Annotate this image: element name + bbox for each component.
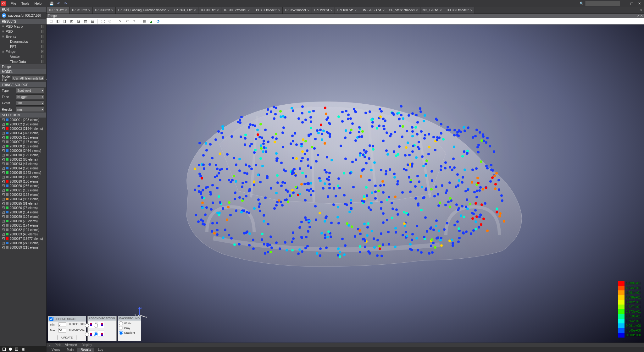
tab-file[interactable]: TPL351.fmodel*✕ [252,7,283,14]
view-top-icon[interactable]: ⬒ [83,19,88,24]
status-display[interactable]: Display [82,343,92,347]
tab-close-icon[interactable]: ✕ [470,9,473,12]
source-results-select[interactable]: rms [16,107,44,112]
tab-file[interactable]: TPL199.txt✕ [312,7,335,14]
selection-check[interactable] [2,206,5,209]
selection-check[interactable] [2,127,5,130]
tab-close-icon[interactable]: ✕ [382,9,385,12]
tab-close-icon[interactable]: ✕ [217,9,219,12]
menu-file[interactable]: File [8,1,19,6]
next-icon[interactable]: ↷ [131,19,136,24]
selection-item[interactable]: 2000030 (79 elems) [0,219,46,223]
maximize-icon[interactable]: ▢ [628,2,635,6]
selection-item[interactable]: 2000033 (40 elems) [0,232,46,236]
tab-close-icon[interactable]: ✕ [278,9,280,12]
selection-check[interactable] [2,154,5,157]
bottom-tab-views[interactable]: Views [48,348,63,352]
viewport-3d[interactable]: z x y 5.000e+014.545e+014.091e+013.636e+… [47,25,644,347]
tab-overflow-icon[interactable]: ▾ [638,7,644,14]
selection-check[interactable] [2,162,5,165]
selection-check[interactable] [2,136,5,139]
selection-check[interactable] [2,145,5,148]
select-icon[interactable]: ↖ [118,19,123,24]
source-type-select[interactable]: Spot weld [16,88,44,93]
results-check[interactable] [41,55,44,58]
results-check[interactable] [41,35,44,38]
selection-check[interactable] [2,211,5,214]
close-window-icon[interactable]: ✕ [636,2,643,6]
selection-item[interactable]: 2000009 (2464 elems) [0,148,46,153]
selection-item[interactable]: 2000038 (242 elems) [0,241,46,245]
tab-close-icon[interactable]: ✕ [416,9,418,12]
tray-icon-3[interactable] [14,347,19,351]
results-check[interactable] [41,40,44,43]
results-item-events[interactable]: ⊟Events [0,34,46,39]
selection-check[interactable] [2,118,5,121]
selection-check[interactable] [2,224,5,227]
legend-pos-tr[interactable] [98,322,104,328]
tab-file[interactable]: TPL300.txt✕ [198,7,221,14]
results-item-time-data[interactable]: Time Data [0,59,46,64]
results-item-fringe[interactable]: ⊟Fringe [0,49,46,54]
status-pick[interactable]: Pick [55,343,61,347]
prev-icon[interactable]: ↶ [125,19,130,24]
tab-file[interactable]: TPL352.fmodel✕ [283,7,312,14]
selection-item[interactable]: 2000003 (21944 elems) [0,126,46,131]
selection-item[interactable]: 2000028 (154 elems) [0,210,46,214]
results-item-vector[interactable]: Vector [0,54,46,59]
tab-file[interactable]: TPL195.txt✕ [47,7,69,14]
selection-list[interactable]: 2000001 (293 elems)2000002 (120 elems)20… [0,118,46,346]
background-option-gradient[interactable]: Gradient [119,331,141,335]
selection-item[interactable]: 2000004 (373 elems) [0,131,46,135]
play-icon[interactable]: ▶ [2,13,6,18]
selection-check[interactable] [2,180,5,183]
selection-check[interactable] [2,149,5,152]
search-input[interactable] [586,1,620,6]
background-option-white[interactable]: White [119,321,141,325]
selection-item[interactable]: 2000007 (147 elems) [0,140,46,144]
results-check[interactable] [41,30,44,33]
bottom-tab-log[interactable]: Log [95,348,107,352]
view-back-icon[interactable]: ◨ [62,19,67,24]
selection-check[interactable] [2,158,5,161]
selection-item[interactable]: 2000001 (293 elems) [0,118,46,122]
selection-item[interactable]: 2000019 (150 elems) [0,179,46,184]
results-item-diagnostics[interactable]: Diagnostics [0,39,46,44]
bottom-tab-main[interactable]: Main [64,348,77,352]
tab-close-icon[interactable]: ✕ [65,9,67,12]
close-panel-icon[interactable]: ✕ [640,14,643,18]
grid-icon[interactable]: ▦ [142,19,147,24]
selection-check[interactable] [2,123,5,126]
selection-item[interactable]: 2000021 (102 elems) [0,188,46,192]
selection-check[interactable] [2,193,5,196]
save-icon[interactable]: 💾 [49,1,54,6]
selection-check[interactable] [2,202,5,205]
tab-close-icon[interactable]: ✕ [88,9,91,12]
selection-check[interactable] [2,176,5,179]
tab-file[interactable]: TPL300.cfmodel✕ [221,7,252,14]
source-event-select[interactable]: 101 [16,101,44,106]
results-item-fft[interactable]: FFT [0,44,46,49]
selection-check[interactable] [2,167,5,170]
selection-check[interactable] [2,171,5,174]
selection-item[interactable]: 2000008 (102 elems) [0,144,46,148]
tab-close-icon[interactable]: ✕ [194,9,196,12]
tab-close-icon[interactable]: ✕ [167,9,170,12]
tab-file[interactable]: NC_T2P.txt✕ [420,7,444,14]
results-check[interactable] [41,50,44,53]
zoom-icon[interactable]: ◎ [107,19,112,24]
model-file-select[interactable]: Car_All_Elements.bd [12,76,44,81]
menu-tools[interactable]: Tools [19,1,32,6]
selection-check[interactable] [2,184,5,187]
selection-item[interactable]: 2000031 (174 elems) [0,223,46,228]
tab-file[interactable]: TIME2PSD.txt✕ [359,7,387,14]
selection-item[interactable]: 2000012 (86 elems) [0,157,46,162]
selection-check[interactable] [2,233,5,236]
selection-item[interactable]: 2000018 (175 elems) [0,175,46,179]
selection-check[interactable] [2,140,5,143]
selection-item[interactable]: 2000014 (120 elems) [0,166,46,170]
selection-check[interactable] [2,198,5,201]
selection-item[interactable]: 2000025 (81 elems) [0,201,46,206]
undo-icon[interactable]: ↶ [56,1,61,6]
tab-file[interactable]: TPL310.txt✕ [69,7,92,14]
